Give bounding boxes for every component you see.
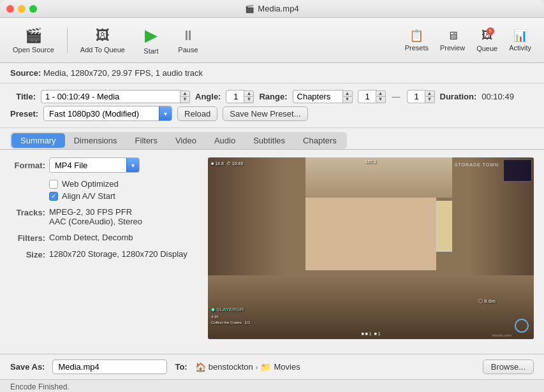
titlebar: 🎬 Media.mp4	[0, 0, 544, 18]
minimap	[503, 159, 532, 182]
content-panel: Format: MP4 File ▾ Web Optimized ✓ Align…	[0, 150, 544, 354]
queue-badge-container: 🖼 6	[482, 29, 493, 42]
range-to-input[interactable]	[407, 90, 426, 103]
save-as-bar: Save As: To: 🏠 benstockton › 📁 Movies Br…	[0, 354, 544, 379]
range-from-group: ▲ ▼	[358, 90, 386, 103]
video-frame: ■ 14.8 ⏱ 10:49 165.1 STORAGE TOWN ◆ SLAY…	[208, 157, 534, 339]
range-type-input[interactable]	[293, 90, 344, 103]
range-from-input[interactable]	[358, 90, 377, 103]
hud-health-ammo: ■ ■ 1 ■ 1	[361, 331, 380, 336]
hud-player: ◆ SLAYERGR 4:35 Collect the Crates 1/3	[211, 306, 250, 326]
angle-stepper-up[interactable]: ▲	[244, 91, 254, 97]
save-as-input[interactable]	[52, 359, 167, 374]
open-source-icon: 🎬	[25, 27, 42, 44]
add-to-queue-button[interactable]: 🖼 Add To Queue	[75, 25, 130, 56]
format-dropdown[interactable]: MP4 File ▾	[49, 157, 140, 173]
presets-icon: 📋	[409, 29, 423, 43]
main-toolbar: 🎬 Open Source 🖼 Add To Queue ▶ Start ⏸ P…	[0, 18, 544, 63]
range-to-stepper[interactable]: ▲ ▼	[425, 91, 435, 103]
presets-button[interactable]: 📋 Presets	[400, 26, 434, 54]
range-from-stepper-up[interactable]: ▲	[376, 91, 386, 97]
back-wall	[305, 198, 436, 270]
window-controls[interactable]	[6, 5, 37, 13]
preset-dropdown-arrow[interactable]: ▾	[159, 106, 172, 120]
angle-input[interactable]	[226, 90, 245, 103]
tab-subtitles[interactable]: Subtitles	[244, 133, 294, 148]
left-panel: Format: MP4 File ▾ Web Optimized ✓ Align…	[10, 157, 208, 346]
angle-stepper[interactable]: ▲ ▼	[244, 91, 254, 103]
right-tools: 📋 Presets 🖥 Preview 🖼 6 Queue 📊 Activity	[400, 26, 536, 55]
minimize-button[interactable]	[18, 5, 26, 13]
range-from-stepper-down[interactable]: ▼	[376, 97, 386, 103]
pause-button[interactable]: ⏸ Pause	[172, 25, 204, 56]
scene-bg: ■ 14.8 ⏱ 10:49 165.1 STORAGE TOWN ◆ SLAY…	[208, 157, 534, 339]
queue-button[interactable]: 🖼 6 Queue	[471, 26, 503, 55]
tab-video[interactable]: Video	[166, 133, 205, 148]
title-stepper-up[interactable]: ▲	[180, 91, 190, 97]
watermark: wsxdn.com	[492, 333, 511, 337]
range-from-stepper[interactable]: ▲ ▼	[376, 91, 386, 103]
tracks-value: MPEG-2, 30 FPS PFR AAC (CoreAudio), Ster…	[49, 207, 142, 226]
web-optimized-row: Web Optimized	[49, 179, 198, 189]
title-row: Title: ▲ ▼ Angle: ▲ ▼ Range: ▲ ▼	[10, 90, 534, 103]
status-bar: Encode Finished.	[0, 379, 544, 392]
hud-coords: ■ 14.8 ⏱ 10:49	[211, 161, 243, 167]
tabs-bar: Summary Dimensions Filters Video Audio S…	[0, 128, 544, 150]
hud-score: 165.1	[365, 159, 377, 164]
tabs: Summary Dimensions Filters Video Audio S…	[10, 132, 347, 149]
maximize-button[interactable]	[29, 5, 37, 13]
location-label: STORAGE TOWN	[455, 163, 499, 167]
web-optimized-checkbox[interactable]	[49, 180, 58, 189]
range-to-stepper-down[interactable]: ▼	[425, 97, 435, 103]
title-input[interactable]	[41, 90, 181, 103]
form-area: Title: ▲ ▼ Angle: ▲ ▼ Range: ▲ ▼	[0, 83, 544, 128]
preset-dropdown[interactable]: Fast 1080p30 (Modified) ▾	[43, 106, 172, 121]
filters-row: Filters: Comb Detect, Decomb	[10, 233, 198, 243]
pause-icon: ⏸	[181, 27, 195, 44]
floor-area	[208, 275, 534, 339]
angle-input-group: ▲ ▼	[226, 90, 254, 103]
tracks-row: Tracks: MPEG-2, 30 FPS PFR AAC (CoreAudi…	[10, 207, 198, 226]
folder-icon: 📁	[260, 362, 271, 372]
window-title: 🎬 Media.mp4	[245, 4, 298, 13]
range-type-group: ▲ ▼	[293, 90, 353, 103]
format-row: Format: MP4 File ▾	[10, 157, 198, 173]
range-to-group: ▲ ▼	[407, 90, 435, 103]
open-source-button[interactable]: 🎬 Open Source	[8, 25, 59, 56]
title-file-icon: 🎬	[245, 4, 254, 13]
activity-icon: 📊	[513, 29, 527, 43]
source-bar: Source: Media, 1280x720, 29.97 FPS, 1 au…	[0, 63, 544, 83]
size-row: Size: 1280x720 Storage, 1280x720 Display	[10, 249, 198, 259]
tab-chapters[interactable]: Chapters	[294, 133, 346, 148]
title-stepper-down[interactable]: ▼	[180, 97, 190, 103]
close-button[interactable]	[6, 5, 14, 13]
range-type-stepper-down[interactable]: ▼	[342, 97, 353, 103]
distance-indicator: ⬡ 8.0m	[478, 298, 496, 304]
angle-stepper-down[interactable]: ▼	[244, 97, 254, 103]
reload-button[interactable]: Reload	[177, 106, 217, 121]
align-av-row: ✓ Align A/V Start	[49, 191, 198, 201]
tab-audio[interactable]: Audio	[205, 133, 244, 148]
tab-dimensions[interactable]: Dimensions	[65, 133, 126, 148]
home-icon: 🏠	[195, 362, 206, 372]
start-icon: ▶	[145, 25, 158, 45]
range-type-stepper[interactable]: ▲ ▼	[342, 91, 353, 103]
preview-button[interactable]: 🖥 Preview	[435, 27, 470, 54]
tab-filters[interactable]: Filters	[126, 133, 166, 148]
title-stepper[interactable]: ▲ ▼	[180, 91, 190, 103]
format-dropdown-arrow[interactable]: ▾	[126, 158, 139, 172]
video-preview: ■ 14.8 ⏱ 10:49 165.1 STORAGE TOWN ◆ SLAY…	[208, 157, 534, 339]
tab-summary[interactable]: Summary	[11, 133, 65, 148]
range-type-stepper-up[interactable]: ▲	[342, 91, 353, 97]
add-to-queue-icon: 🖼	[96, 27, 110, 44]
start-button[interactable]: ▶ Start	[135, 23, 167, 57]
scope-circle	[515, 319, 529, 333]
browse-button[interactable]: Browse...	[483, 359, 534, 374]
range-to-stepper-up[interactable]: ▲	[425, 91, 435, 97]
align-av-checkbox[interactable]: ✓	[49, 192, 58, 201]
save-new-preset-button[interactable]: Save New Preset...	[223, 106, 307, 121]
activity-button[interactable]: 📊 Activity	[504, 26, 536, 54]
title-input-group: ▲ ▼	[41, 90, 190, 103]
queue-count-badge: 6	[487, 27, 494, 35]
preset-row: Preset: Fast 1080p30 (Modified) ▾ Reload…	[10, 106, 534, 121]
